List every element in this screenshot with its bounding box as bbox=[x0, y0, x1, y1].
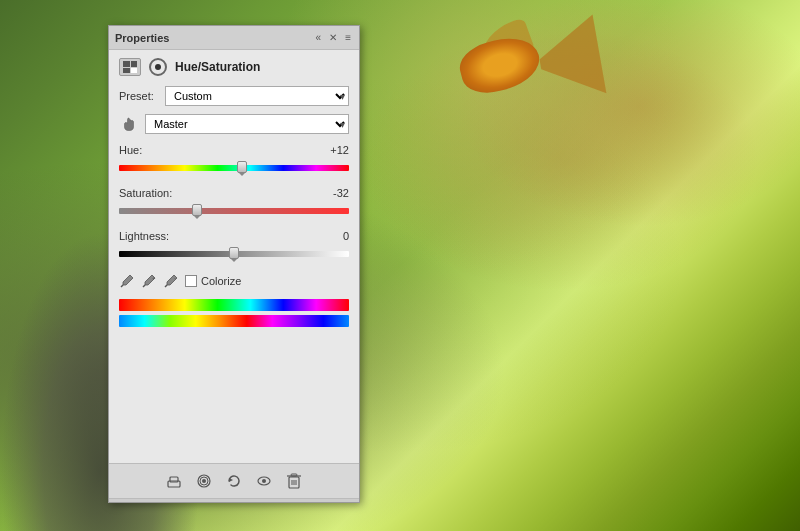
colorize-checkbox[interactable] bbox=[185, 275, 197, 287]
lightness-thumb[interactable] bbox=[229, 247, 239, 259]
panel-title: Properties bbox=[115, 32, 169, 44]
hue-saturation-header: Hue/Saturation bbox=[119, 58, 349, 76]
hue-thumb[interactable] bbox=[237, 161, 247, 173]
hue-value: +12 bbox=[319, 144, 349, 156]
svg-point-12 bbox=[262, 479, 266, 483]
saturation-thumb[interactable] bbox=[192, 204, 202, 216]
saturation-track bbox=[119, 208, 349, 214]
saturation-slider-container[interactable] bbox=[119, 202, 349, 220]
saturation-value: -32 bbox=[319, 187, 349, 199]
previous-state-button[interactable] bbox=[193, 470, 215, 492]
svg-marker-10 bbox=[229, 478, 233, 482]
spectrum-bar-top bbox=[119, 299, 349, 311]
eyedropper-subtract-icon[interactable]: - bbox=[163, 273, 179, 289]
hue-slider-row: Hue: +12 bbox=[119, 144, 349, 177]
preset-label: Preset: bbox=[119, 90, 159, 102]
hue-slider-header: Hue: +12 bbox=[119, 144, 349, 156]
layer-icon-inner bbox=[123, 61, 137, 73]
eyedropper-sample-icon[interactable] bbox=[119, 273, 135, 289]
hand-icon bbox=[119, 114, 139, 134]
channel-select[interactable]: Master Reds Yellows Greens Cyans Blues M… bbox=[145, 114, 349, 134]
toggle-visibility-button[interactable] bbox=[253, 470, 275, 492]
collapse-button[interactable]: « bbox=[314, 32, 324, 43]
panel-titlebar: Properties « ✕ ≡ bbox=[109, 26, 359, 50]
scrollbar[interactable] bbox=[109, 498, 359, 502]
lightness-slider-row: Lightness: 0 bbox=[119, 230, 349, 263]
close-button[interactable]: ✕ bbox=[327, 32, 339, 43]
preset-select-wrapper: Custom Default Cyanotype Sepia Strong Sa… bbox=[165, 86, 349, 106]
panel-body: Hue/Saturation Preset: Custom Default Cy… bbox=[109, 50, 359, 463]
saturation-slider-row: Saturation: -32 bbox=[119, 187, 349, 220]
hue-saturation-title: Hue/Saturation bbox=[175, 60, 260, 74]
fish-area bbox=[440, 20, 600, 140]
svg-point-8 bbox=[202, 479, 206, 483]
hue-label: Hue: bbox=[119, 144, 142, 156]
panel-toolbar bbox=[109, 463, 359, 498]
panel-controls: « ✕ ≡ bbox=[314, 32, 353, 43]
hue-track bbox=[119, 165, 349, 171]
saturation-label: Saturation: bbox=[119, 187, 172, 199]
lightness-value: 0 bbox=[319, 230, 349, 242]
delete-button[interactable] bbox=[283, 470, 305, 492]
layer-icon bbox=[119, 58, 141, 76]
lightness-slider-container[interactable] bbox=[119, 245, 349, 263]
preset-select[interactable]: Custom Default Cyanotype Sepia Strong Sa… bbox=[165, 86, 349, 106]
svg-rect-15 bbox=[291, 474, 297, 476]
reset-button[interactable] bbox=[223, 470, 245, 492]
channel-select-wrapper: Master Reds Yellows Greens Cyans Blues M… bbox=[145, 114, 349, 134]
visibility-eye-icon[interactable] bbox=[149, 58, 167, 76]
spectrum-bar-bottom bbox=[119, 315, 349, 327]
svg-line-3 bbox=[165, 285, 167, 287]
svg-line-0 bbox=[121, 285, 123, 287]
colorize-label: Colorize bbox=[201, 275, 241, 287]
svg-text:-: - bbox=[174, 275, 176, 281]
tools-row: + - Colorize bbox=[119, 273, 349, 289]
eyedropper-add-icon[interactable]: + bbox=[141, 273, 157, 289]
colorize-row: Colorize bbox=[185, 275, 241, 287]
svg-line-1 bbox=[143, 285, 145, 287]
menu-button[interactable]: ≡ bbox=[343, 32, 353, 43]
clip-to-layer-button[interactable] bbox=[163, 470, 185, 492]
empty-area bbox=[119, 335, 349, 455]
channel-row: Master Reds Yellows Greens Cyans Blues M… bbox=[119, 114, 349, 134]
svg-text:+: + bbox=[152, 275, 156, 281]
preset-row: Preset: Custom Default Cyanotype Sepia S… bbox=[119, 86, 349, 106]
properties-panel: Properties « ✕ ≡ Hue/Saturation Preset: bbox=[108, 25, 360, 503]
saturation-slider-header: Saturation: -32 bbox=[119, 187, 349, 199]
hue-slider-container[interactable] bbox=[119, 159, 349, 177]
lightness-label: Lightness: bbox=[119, 230, 169, 242]
lightness-slider-header: Lightness: 0 bbox=[119, 230, 349, 242]
